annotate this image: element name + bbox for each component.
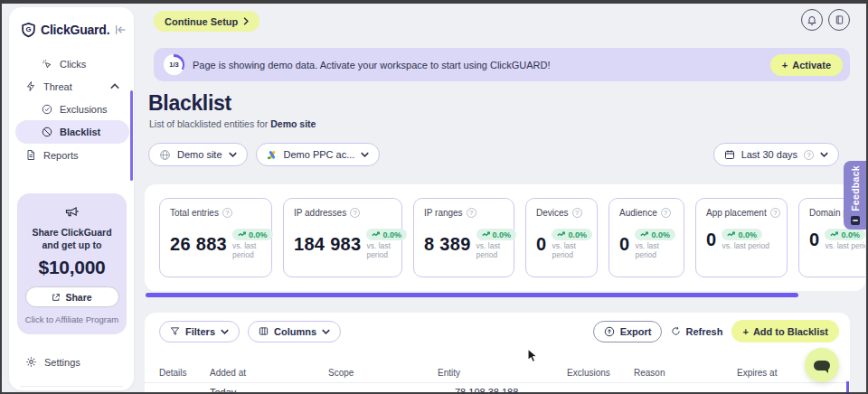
page-subtitle: List of blacklisted entities for Demo si…: [149, 118, 316, 129]
plus-icon: +: [782, 60, 788, 70]
gear-icon: [25, 356, 37, 368]
refresh-button[interactable]: Refresh: [671, 326, 722, 337]
sidebar-item-label: Threat: [43, 81, 72, 92]
ppc-account-selector[interactable]: Demo PPC ac...: [256, 143, 381, 166]
plus-icon: +: [742, 326, 748, 337]
info-icon[interactable]: ?: [222, 208, 232, 218]
sidebar-item-label: Blacklist: [60, 127, 100, 137]
click-cursor-icon: [42, 59, 52, 70]
ban-icon: [42, 127, 52, 137]
date-range-selector[interactable]: Last 30 days ?: [713, 143, 839, 166]
external-link-icon: [52, 293, 61, 302]
chevron-right-icon: [243, 17, 249, 25]
site-selector-label: Demo site: [177, 149, 222, 160]
demo-data-banner: 1/3 Page is showing demo data. Activate …: [154, 48, 850, 81]
trend-badge: 0.0%: [366, 229, 407, 240]
stat-card-ip-ranges: IP ranges? 8 389 0.0% vs. last period: [413, 198, 514, 277]
stat-vs-label: vs. last period: [722, 241, 769, 250]
sidebar-item-label: Clicks: [60, 59, 86, 70]
stat-vs-label: vs. last period: [635, 241, 675, 259]
sidebar-item-label: Settings: [44, 357, 80, 368]
stat-card-audience: Audience? 0 0.0% vs. last period: [609, 198, 684, 277]
notifications-bell-button[interactable]: [801, 9, 823, 31]
info-icon[interactable]: ?: [572, 208, 582, 218]
column-header-entity: Entity: [438, 368, 460, 378]
chevron-up-icon[interactable]: [110, 83, 119, 89]
docs-button[interactable]: [828, 9, 850, 31]
columns-label: Columns: [274, 326, 316, 337]
trend-badge: 0.0%: [552, 229, 592, 240]
chat-bubble-icon: [814, 361, 830, 371]
column-header-exclusions: Exclusions: [567, 368, 610, 378]
info-icon[interactable]: ?: [770, 208, 780, 218]
cell-added-at: Today: [210, 387, 236, 394]
add-to-blacklist-button[interactable]: + Add to Blacklist: [731, 320, 839, 342]
stat-card-app-placement: App placement? 0 0.0% vs. last period: [695, 198, 788, 277]
info-icon[interactable]: ?: [804, 150, 814, 160]
promo-amount: $10,000: [24, 257, 119, 278]
sidebar-item-blacklist[interactable]: Blacklist: [15, 120, 129, 144]
chevron-down-icon: [361, 152, 369, 157]
continue-setup-label: Continue Setup: [165, 16, 238, 27]
svg-text:G: G: [25, 25, 31, 33]
vertical-scrollbar[interactable]: [846, 381, 849, 392]
chat-widget-button[interactable]: [805, 348, 839, 382]
promo-headline: Share ClickGuard and get up to: [24, 227, 119, 251]
stat-vs-label: vs. last period: [232, 241, 273, 259]
sidebar-item-clicks[interactable]: Clicks: [9, 52, 134, 75]
stat-card-devices: Devices? 0 0.0% vs. last period: [525, 198, 598, 277]
sidebar-item-exclusions[interactable]: Exclusions: [9, 98, 134, 120]
feedback-icon: [851, 216, 860, 225]
trend-badge: 0.0%: [476, 229, 517, 240]
stat-vs-label: vs. last period: [552, 241, 592, 259]
blacklist-table-panel: Filters Columns Export: [145, 313, 850, 394]
megaphone-icon: [64, 204, 80, 219]
stat-value: 0: [619, 234, 629, 255]
calendar-icon: [724, 149, 735, 160]
info-icon[interactable]: ?: [467, 208, 476, 218]
trend-up-icon: [727, 231, 735, 238]
trend-badge: 0.0%: [722, 229, 762, 240]
info-icon[interactable]: ?: [350, 208, 360, 218]
site-selector[interactable]: Demo site: [148, 143, 248, 166]
affiliate-promo-card[interactable]: Share ClickGuard and get up to $10,000 S…: [17, 193, 127, 334]
continue-setup-button[interactable]: Continue Setup: [154, 11, 259, 32]
sidebar-item-reports[interactable]: Reports: [9, 144, 134, 166]
activate-label: Activate: [792, 60, 831, 70]
collapse-sidebar-icon[interactable]: [115, 24, 127, 35]
table-header-row: Details Added at Scope Entity Exclusions…: [145, 363, 850, 383]
banner-message: Page is showing demo data. Activate your…: [193, 60, 551, 70]
shield-logo-icon: G: [21, 22, 36, 38]
horizontal-scrollbar[interactable]: [146, 293, 798, 297]
stat-value: 184 983: [294, 234, 361, 255]
filters-button[interactable]: Filters: [159, 321, 240, 342]
sidebar-item-settings[interactable]: Settings: [9, 351, 134, 373]
sidebar-item-threat[interactable]: Threat: [9, 75, 134, 98]
info-icon[interactable]: ?: [661, 208, 671, 218]
globe-icon: [159, 149, 171, 161]
sidebar-item-label: Exclusions: [60, 104, 108, 115]
activate-button[interactable]: + Activate: [770, 54, 843, 76]
share-button[interactable]: Share: [25, 286, 119, 307]
stat-vs-label: vs. last period: [476, 241, 517, 259]
feedback-tab[interactable]: Feedback: [844, 161, 866, 230]
export-button[interactable]: Export: [593, 321, 663, 342]
stat-value: 26 883: [170, 234, 227, 255]
stat-label: IP ranges: [424, 208, 463, 218]
date-range-label: Last 30 days: [741, 149, 797, 160]
columns-button[interactable]: Columns: [248, 321, 341, 342]
export-label: Export: [620, 326, 652, 337]
sidebar-nav: Clicks Threat Exclusions: [9, 52, 134, 166]
stat-value: 0: [706, 230, 716, 250]
sidebar-scrollbar[interactable]: [130, 90, 133, 181]
stat-value: 0: [809, 230, 819, 250]
setup-step-count: 1/3: [166, 57, 183, 73]
table-row[interactable]: Today 78.108.38.188: [145, 385, 850, 394]
trend-badge: 0.0%: [825, 229, 865, 240]
stat-label: Audience: [619, 208, 657, 218]
column-header-added-at: Added at: [210, 368, 246, 378]
trend-up-icon: [482, 231, 490, 238]
stat-card-total-entries: Total entries? 26 883 0.0% vs. last peri…: [159, 198, 272, 277]
book-icon: [835, 14, 844, 25]
chevron-down-icon: [229, 152, 237, 157]
